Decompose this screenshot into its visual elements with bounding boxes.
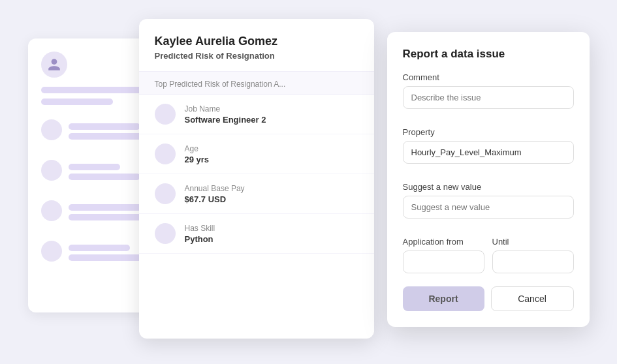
property-field-group: Property bbox=[403, 127, 574, 173]
property-label: Property bbox=[403, 127, 574, 137]
item-label: Annual Base Pay bbox=[185, 184, 245, 193]
skeleton-line bbox=[41, 99, 113, 105]
profile-subtitle: Predicted Risk of Resignation bbox=[155, 51, 358, 61]
profile-name: Kaylee Aurelia Gomez bbox=[155, 35, 358, 48]
item-label: Job Name bbox=[185, 104, 266, 114]
item-text: Annual Base Pay $67.7 USD bbox=[185, 184, 245, 204]
item-value: Software Engineer 2 bbox=[185, 115, 266, 125]
cancel-button[interactable]: Cancel bbox=[491, 286, 574, 311]
item-icon bbox=[155, 183, 176, 204]
property-input[interactable] bbox=[403, 141, 574, 164]
item-text: Job Name Software Engineer 2 bbox=[185, 104, 266, 125]
until-col: Until bbox=[492, 237, 574, 273]
comment-field-group: Comment bbox=[403, 72, 574, 118]
comment-label: Comment bbox=[403, 72, 574, 82]
application-from-input[interactable] bbox=[403, 250, 484, 273]
profile-header: Kaylee Aurelia Gomez Predicted Risk of R… bbox=[139, 19, 374, 72]
comment-input[interactable] bbox=[403, 86, 574, 109]
suggest-value-input[interactable] bbox=[403, 196, 574, 219]
button-row: Report Cancel bbox=[403, 286, 574, 311]
application-from-label: Application from bbox=[403, 237, 484, 247]
profile-card: Kaylee Aurelia Gomez Predicted Risk of R… bbox=[139, 19, 374, 339]
item-text: Has Skill Python bbox=[185, 224, 215, 244]
suggest-value-label: Suggest a new value bbox=[403, 182, 574, 192]
until-input[interactable] bbox=[492, 250, 574, 273]
report-button[interactable]: Report bbox=[403, 286, 484, 311]
item-value: 29 yrs bbox=[185, 155, 210, 164]
item-label: Has Skill bbox=[185, 224, 215, 233]
avatar bbox=[41, 52, 67, 78]
list-item: Age 29 yrs bbox=[139, 134, 374, 174]
suggest-value-field-group: Suggest a new value bbox=[403, 182, 574, 228]
until-label: Until bbox=[492, 237, 574, 247]
item-icon bbox=[155, 223, 176, 244]
item-value: Python bbox=[185, 234, 215, 244]
item-value: $67.7 USD bbox=[185, 194, 245, 204]
section-title: Top Predicted Risk of Resignation A... bbox=[139, 72, 374, 95]
date-range-row: Application from Until bbox=[403, 237, 574, 273]
item-icon bbox=[155, 104, 176, 125]
application-from-col: Application from bbox=[403, 237, 484, 273]
list-item: Has Skill Python bbox=[139, 214, 374, 254]
item-icon bbox=[155, 144, 176, 164]
modal-title: Report a data issue bbox=[403, 48, 574, 61]
list-item: Annual Base Pay $67.7 USD bbox=[139, 174, 374, 214]
skeleton-line bbox=[41, 87, 146, 93]
item-text: Age 29 yrs bbox=[185, 144, 210, 164]
item-label: Age bbox=[185, 144, 210, 153]
report-modal: Report a data issue Comment Property Sug… bbox=[387, 32, 590, 327]
list-item: Job Name Software Engineer 2 bbox=[139, 95, 374, 134]
